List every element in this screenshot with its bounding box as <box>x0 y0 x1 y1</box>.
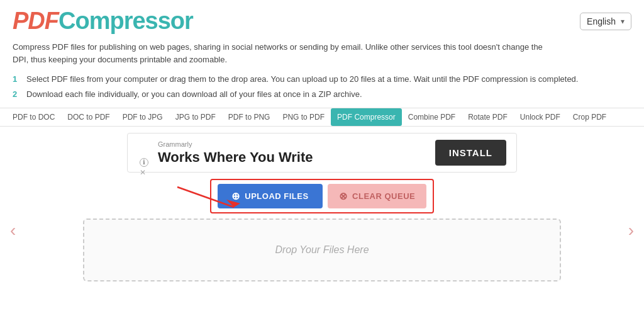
toolbar-item-combine-pdf[interactable]: Combine PDF <box>402 108 462 126</box>
clear-queue-button[interactable]: ⊗ CLEAR QUEUE <box>328 184 427 208</box>
drop-zone-text: Drop Your Files Here <box>275 244 369 256</box>
svg-line-0 <box>177 187 234 207</box>
toolbar-item-rotate-pdf[interactable]: Rotate PDF <box>462 108 514 126</box>
toolbar-item-pdf-to-doc[interactable]: PDF to DOC <box>6 108 61 126</box>
logo: PDF Compressor <box>13 8 193 35</box>
step-2: 2 Download each file individually, or yo… <box>13 88 631 101</box>
toolbar-item-unlock-pdf[interactable]: Unlock PDF <box>514 108 567 126</box>
logo-compressor: Compressor <box>58 8 193 35</box>
right-nav-arrow[interactable]: › <box>628 220 634 241</box>
upload-files-label: UPLOAD FILES <box>245 191 308 201</box>
drop-zone[interactable]: Drop Your Files Here <box>83 219 561 281</box>
red-arrow <box>171 181 247 212</box>
ad-source: Grammarly <box>158 140 313 148</box>
step-2-text: Download each file individually, or you … <box>26 88 362 101</box>
ad-close-icon[interactable]: ✕ <box>140 168 146 177</box>
toolbar-item-crop-pdf[interactable]: Crop PDF <box>567 108 613 126</box>
step-1: 1 Select PDF files from your computer or… <box>13 73 631 86</box>
clear-icon: ⊗ <box>339 190 348 202</box>
clear-queue-label: CLEAR QUEUE <box>352 191 415 201</box>
main-area: ℹ ✕ Grammarly Works Where You Write INST… <box>0 127 644 288</box>
left-nav-arrow[interactable]: ‹ <box>10 220 16 241</box>
description-text: Compress PDF files for publishing on web… <box>13 42 543 64</box>
toolbar-item-pdf-to-png[interactable]: PDF to PNG <box>222 108 277 126</box>
step-2-number: 2 <box>13 88 21 101</box>
toolbar-item-pdf-to-jpg[interactable]: PDF to JPG <box>116 108 169 126</box>
language-label: English <box>587 16 616 26</box>
ad-left: ℹ ✕ Grammarly Works Where You Write <box>138 140 313 166</box>
steps: 1 Select PDF files from your computer or… <box>0 71 644 108</box>
chevron-down-icon: ▾ <box>621 17 625 26</box>
description: Compress PDF files for publishing on web… <box>0 38 566 71</box>
toolbar-item-jpg-to-pdf[interactable]: JPG to PDF <box>169 108 222 126</box>
ad-title: Works Where You Write <box>158 149 313 166</box>
upload-section: ⊕ UPLOAD FILES ⊗ CLEAR QUEUE Drop Your F… <box>83 179 561 281</box>
toolbar-item-png-to-pdf[interactable]: PNG to PDF <box>276 108 331 126</box>
toolbar-item-pdf-compressor[interactable]: PDF Compressor <box>331 108 402 126</box>
logo-pdf: PDF <box>13 8 58 35</box>
ad-install-button[interactable]: INSTALL <box>435 140 506 166</box>
ad-info-icon: ℹ <box>140 158 148 167</box>
tool-nav: PDF to DOCDOC to PDFPDF to JPGJPG to PDF… <box>0 108 644 127</box>
ad-banner: ℹ ✕ Grammarly Works Where You Write INST… <box>127 133 517 173</box>
step-1-text: Select PDF files from your computer or d… <box>26 73 578 86</box>
step-1-number: 1 <box>13 73 21 86</box>
language-selector[interactable]: English ▾ <box>580 13 631 30</box>
toolbar-item-doc-to-pdf[interactable]: DOC to PDF <box>61 108 116 126</box>
header: PDF Compressor English ▾ <box>0 0 644 38</box>
